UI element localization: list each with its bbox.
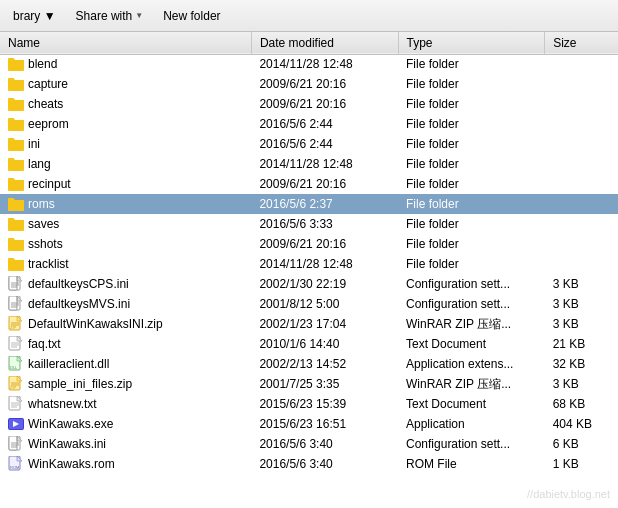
cell-name: ini (0, 134, 251, 154)
cell-date: 2010/1/6 14:40 (251, 334, 398, 354)
folder-icon (8, 237, 24, 251)
cell-name: eeprom (0, 114, 251, 134)
cell-size (545, 234, 618, 254)
cell-size: 3 KB (545, 274, 618, 294)
cell-type: File folder (398, 134, 545, 154)
file-name: sshots (28, 237, 63, 251)
table-row[interactable]: recinput 2009/6/21 20:16 File folder (0, 174, 618, 194)
table-row[interactable]: defaultkeysMVS.ini 2001/8/12 5:00 Config… (0, 294, 618, 314)
cell-type: Configuration sett... (398, 274, 545, 294)
file-icon: DLL (8, 356, 24, 372)
table-row[interactable]: WinKawaks.ini 2016/5/6 3:40 Configuratio… (0, 434, 618, 454)
table-row[interactable]: ZIP DefaultWinKawaksINI.zip 2002/1/23 17… (0, 314, 618, 334)
cell-type: Application (398, 414, 545, 434)
cell-date: 2016/5/6 3:33 (251, 214, 398, 234)
cell-type: File folder (398, 234, 545, 254)
cell-type: WinRAR ZIP 压缩... (398, 374, 545, 394)
file-icon (8, 396, 24, 412)
table-row[interactable]: blend 2014/11/28 12:48 File folder (0, 54, 618, 74)
table-row[interactable]: WinKawaks.exe 2015/6/23 16:51 Applicatio… (0, 414, 618, 434)
folder-icon (8, 157, 24, 171)
file-name: cheats (28, 97, 63, 111)
cell-type: File folder (398, 74, 545, 94)
cell-size (545, 94, 618, 114)
table-row[interactable]: tracklist 2014/11/28 12:48 File folder (0, 254, 618, 274)
library-label: brary ▼ (13, 9, 56, 23)
cell-size (545, 214, 618, 234)
svg-rect-1 (8, 80, 24, 90)
folder-icon (8, 117, 24, 131)
column-headers: Name Date modified Type Size (0, 32, 618, 54)
file-name: eeprom (28, 117, 69, 131)
file-name: blend (28, 57, 57, 71)
file-name: faq.txt (28, 337, 61, 351)
cell-type: File folder (398, 154, 545, 174)
table-row[interactable]: lang 2014/11/28 12:48 File folder (0, 154, 618, 174)
cell-name: lang (0, 154, 251, 174)
cell-name: ZIP sample_ini_files.zip (0, 374, 251, 394)
file-name: sample_ini_files.zip (28, 377, 132, 391)
share-with-chevron-icon: ▼ (135, 11, 143, 20)
cell-name: DLL kailleraclient.dll (0, 354, 251, 374)
file-icon: ROM (8, 456, 24, 472)
table-row[interactable]: eeprom 2016/5/6 2:44 File folder (0, 114, 618, 134)
table-row[interactable]: cheats 2009/6/21 20:16 File folder (0, 94, 618, 114)
cell-size: 21 KB (545, 334, 618, 354)
new-folder-label: New folder (163, 9, 220, 23)
cell-type: Configuration sett... (398, 434, 545, 454)
table-row[interactable]: roms 2016/5/6 2:37 File folder (0, 194, 618, 214)
table-row[interactable]: saves 2016/5/6 3:33 File folder (0, 214, 618, 234)
cell-type: File folder (398, 194, 545, 214)
new-folder-button[interactable]: New folder (154, 4, 229, 28)
table-row[interactable]: ROM WinKawaks.rom 2016/5/6 3:40 ROM File… (0, 454, 618, 474)
toolbar: brary ▼ Share with ▼ New folder (0, 0, 618, 32)
col-header-date[interactable]: Date modified (251, 32, 398, 54)
cell-size: 3 KB (545, 294, 618, 314)
cell-type: WinRAR ZIP 压缩... (398, 314, 545, 334)
cell-name: tracklist (0, 254, 251, 274)
file-name: defaultkeysMVS.ini (28, 297, 130, 311)
cell-name: ROM WinKawaks.rom (0, 454, 251, 474)
cell-date: 2001/7/25 3:35 (251, 374, 398, 394)
cell-type: File folder (398, 94, 545, 114)
table-row[interactable]: whatsnew.txt 2015/6/23 15:39 Text Docume… (0, 394, 618, 414)
cell-date: 2002/1/23 17:04 (251, 314, 398, 334)
cell-date: 2016/5/6 3:40 (251, 434, 398, 454)
cell-name: whatsnew.txt (0, 394, 251, 414)
file-icon: ZIP (8, 316, 24, 332)
cell-size: 1 KB (545, 454, 618, 474)
table-row[interactable]: capture 2009/6/21 20:16 File folder (0, 74, 618, 94)
cell-size (545, 254, 618, 274)
file-name: saves (28, 217, 59, 231)
share-with-button[interactable]: Share with ▼ (67, 4, 153, 28)
library-button[interactable]: brary ▼ (4, 4, 65, 28)
col-header-type[interactable]: Type (398, 32, 545, 54)
cell-size (545, 54, 618, 74)
svg-rect-9 (8, 240, 24, 250)
table-row[interactable]: ZIP sample_ini_files.zip 2001/7/25 3:35 … (0, 374, 618, 394)
cell-date: 2016/5/6 2:44 (251, 134, 398, 154)
col-header-size[interactable]: Size (545, 32, 618, 54)
cell-date: 2001/8/12 5:00 (251, 294, 398, 314)
cell-name: recinput (0, 174, 251, 194)
cell-name: sshots (0, 234, 251, 254)
table-row[interactable]: faq.txt 2010/1/6 14:40 Text Document 21 … (0, 334, 618, 354)
cell-type: Text Document (398, 394, 545, 414)
table-row[interactable]: ini 2016/5/6 2:44 File folder (0, 134, 618, 154)
folder-icon (8, 97, 24, 111)
folder-icon (8, 197, 24, 211)
cell-date: 2009/6/21 20:16 (251, 234, 398, 254)
file-list-scroll[interactable]: Name Date modified Type Size blend 2014/… (0, 32, 618, 484)
table-row[interactable]: DLL kailleraclient.dll 2002/2/13 14:52 A… (0, 354, 618, 374)
file-name: capture (28, 77, 68, 91)
cell-date: 2009/6/21 20:16 (251, 74, 398, 94)
file-name: ini (28, 137, 40, 151)
cell-date: 2009/6/21 20:16 (251, 174, 398, 194)
file-table: Name Date modified Type Size blend 2014/… (0, 32, 618, 474)
col-header-name[interactable]: Name (0, 32, 251, 54)
table-row[interactable]: defaultkeysCPS.ini 2002/1/30 22:19 Confi… (0, 274, 618, 294)
folder-icon (8, 77, 24, 91)
cell-type: Application extens... (398, 354, 545, 374)
table-row[interactable]: sshots 2009/6/21 20:16 File folder (0, 234, 618, 254)
share-with-label: Share with (76, 9, 133, 23)
